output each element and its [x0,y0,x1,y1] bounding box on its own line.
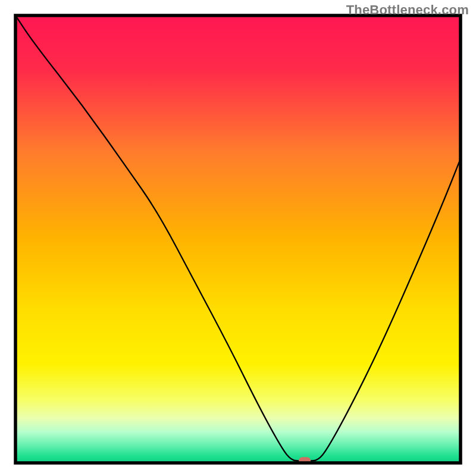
gradient-background [15,15,461,463]
watermark-text: TheBottleneck.com [346,2,469,18]
chart-svg [0,0,476,476]
bottleneck-chart: TheBottleneck.com [0,0,476,476]
